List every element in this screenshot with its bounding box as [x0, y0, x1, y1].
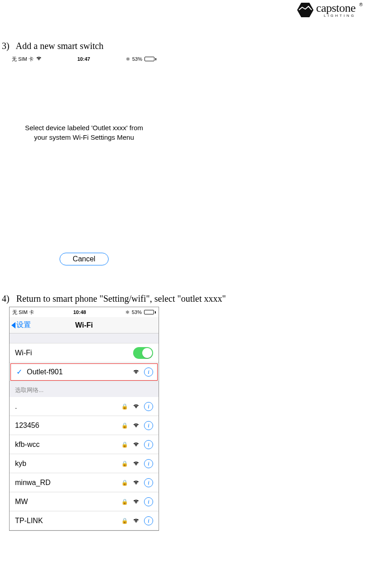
- wifi-signal-icon: [133, 404, 139, 409]
- info-icon[interactable]: i: [144, 402, 153, 411]
- wifi-signal-icon: [133, 461, 139, 466]
- network-name: kyb: [15, 460, 118, 468]
- step-4-number: 4): [2, 294, 10, 304]
- sim-status-2: 无 SIM 卡: [12, 309, 34, 316]
- battery-icon: [144, 57, 156, 61]
- wifi-signal-icon: [133, 499, 139, 504]
- wifi-toggle-row: Wi-Fi: [10, 343, 159, 363]
- wifi-signal-icon: [133, 442, 139, 447]
- info-icon[interactable]: i: [144, 478, 153, 487]
- nav-back-label: 设置: [16, 320, 31, 330]
- connected-network-row[interactable]: ✓ Outlet-f901 i: [10, 363, 159, 382]
- status-time-2: 10:48: [73, 309, 86, 315]
- network-list: .🔒i123456🔒ikfb-wcc🔒ikyb🔒iminwa_RD🔒iMW🔒iT…: [10, 397, 159, 530]
- status-bar: 无 SIM 卡 10:47 ✱ 53%: [9, 54, 159, 64]
- step-3-text: Add a new smart switch: [16, 41, 104, 51]
- network-row[interactable]: .🔒i: [10, 397, 159, 416]
- battery-icon-2: [144, 310, 156, 314]
- battery-percent-2: 53%: [132, 309, 142, 315]
- wifi-signal-icon: [133, 518, 139, 523]
- setup-instruction-text: Select device labeled 'Outlet xxxx' from…: [9, 64, 159, 142]
- lock-icon: 🔒: [121, 441, 128, 448]
- info-icon[interactable]: i: [144, 440, 153, 449]
- step-4-heading: 4) Return to smart phone "Setting/wifi",…: [2, 294, 368, 304]
- lock-icon: 🔒: [121, 499, 128, 505]
- status-bar-2: 无 SIM 卡 10:48 ✱ 53%: [10, 307, 159, 317]
- status-time: 10:47: [77, 56, 90, 62]
- info-icon[interactable]: i: [144, 368, 153, 377]
- step-4-text: Return to smart phone "Setting/wifi", se…: [16, 294, 226, 304]
- phone-screenshot-2: 无 SIM 卡 10:48 ✱ 53% 设置 Wi-Fi Wi-Fi ✓ Out…: [9, 307, 159, 531]
- network-row[interactable]: TP-LINK🔒i: [10, 511, 159, 530]
- registered-mark: ®: [359, 2, 363, 7]
- info-icon[interactable]: i: [144, 459, 153, 468]
- connected-network-name: Outlet-f901: [27, 368, 129, 376]
- bluetooth-icon-2: ✱: [125, 309, 129, 315]
- wifi-status-icon: [36, 56, 42, 62]
- network-row[interactable]: kyb🔒i: [10, 454, 159, 473]
- bluetooth-icon: ✱: [126, 56, 130, 62]
- chevron-left-icon: [11, 322, 15, 328]
- wifi-signal-icon: [133, 423, 139, 428]
- nav-bar: 设置 Wi-Fi: [10, 317, 159, 333]
- spacer: [10, 333, 159, 343]
- network-name: TP-LINK: [15, 517, 118, 525]
- lock-icon: 🔒: [121, 403, 128, 410]
- nav-back-button[interactable]: 设置: [10, 320, 31, 330]
- network-row[interactable]: MW🔒i: [10, 492, 159, 511]
- network-name: minwa_RD: [15, 479, 118, 487]
- phone-screenshot-1: 无 SIM 卡 10:47 ✱ 53% Select device labele…: [9, 54, 159, 277]
- brand-name: capstone: [316, 3, 356, 13]
- lock-icon: 🔒: [121, 461, 128, 467]
- lock-icon: 🔒: [121, 518, 128, 524]
- lock-icon: 🔒: [121, 422, 128, 429]
- instruction-line-2: your system Wi-Fi Settings Menu: [18, 132, 150, 142]
- battery-percent: 53%: [132, 56, 142, 62]
- info-icon[interactable]: i: [144, 497, 153, 506]
- brand-subtitle: LIGHTING: [316, 14, 356, 17]
- sim-status: 无 SIM 卡: [12, 56, 34, 63]
- step-3-number: 3): [2, 41, 10, 51]
- network-row[interactable]: minwa_RD🔒i: [10, 473, 159, 492]
- network-name: .: [15, 402, 118, 411]
- choose-network-header: 选取网络...: [10, 382, 159, 397]
- brand-logo-block: capstone LIGHTING ®: [297, 3, 363, 18]
- info-icon[interactable]: i: [144, 421, 153, 430]
- brand-text: capstone LIGHTING: [316, 3, 356, 18]
- network-row[interactable]: 123456🔒i: [10, 416, 159, 435]
- network-name: kfb-wcc: [15, 441, 118, 449]
- nav-title: Wi-Fi: [75, 321, 93, 329]
- network-row[interactable]: kfb-wcc🔒i: [10, 435, 159, 454]
- wifi-signal-icon: [133, 480, 139, 485]
- network-name: 123456: [15, 421, 118, 430]
- wifi-signal-icon: [133, 369, 139, 374]
- cancel-button[interactable]: Cancel: [60, 253, 109, 265]
- lock-icon: 🔒: [121, 480, 128, 486]
- info-icon[interactable]: i: [144, 516, 153, 525]
- instruction-line-1: Select device labeled 'Outlet xxxx' from: [18, 123, 150, 132]
- checkmark-icon: ✓: [15, 368, 23, 376]
- wifi-toggle[interactable]: [133, 347, 153, 359]
- step-3-heading: 3) Add a new smart switch: [2, 41, 368, 51]
- network-name: MW: [15, 498, 118, 506]
- wifi-label: Wi-Fi: [15, 349, 129, 357]
- brand-hex-icon: [297, 3, 313, 17]
